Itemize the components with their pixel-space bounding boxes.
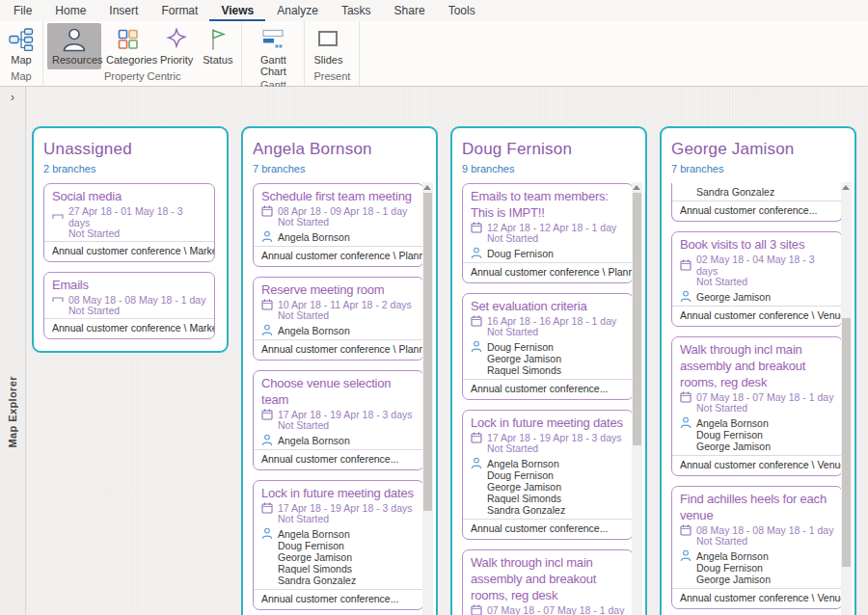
ribbon-button-label: Categories <box>106 54 150 66</box>
scrollbar-thumb[interactable] <box>423 193 432 511</box>
task-card[interactable]: Sandra GonzalezAnnual customer conferenc… <box>671 183 843 222</box>
resource-name: George Jamison <box>696 574 771 585</box>
resource-name: George Jamison <box>487 481 561 493</box>
resource-list: Doug FernisonGeorge JamisonRaquel Simond… <box>463 337 633 377</box>
calendar-icon <box>261 299 273 310</box>
resource-list: Angela Bornson <box>254 321 423 337</box>
resource-name: Angela Bornson <box>278 231 350 243</box>
column-scrollbar[interactable] <box>632 182 642 615</box>
task-card[interactable]: Emails to team members: This is IMPT!!12… <box>462 183 634 283</box>
task-card[interactable]: Lock in future meeting dates17 Apr 18 - … <box>462 410 634 540</box>
person-icon <box>61 26 88 52</box>
gantt-chart-button[interactable]: Gantt Chart <box>246 23 300 78</box>
card-breadcrumb: Annual customer conference \ Venue \ Ons… <box>672 455 842 475</box>
status-button[interactable]: Status <box>198 23 237 69</box>
resource-row: Angela Bornson <box>261 324 416 336</box>
task-card[interactable]: Walk through incl main assembly and brea… <box>462 549 634 615</box>
scroll-up-arrow-icon[interactable] <box>842 185 850 190</box>
resource-row: Raquel Simonds <box>471 364 625 376</box>
ribbon-button-label: Slides <box>313 54 342 66</box>
scroll-up-arrow-icon[interactable] <box>423 185 431 190</box>
task-card[interactable]: Schedule first team meeting08 Apr 18 - 0… <box>253 183 424 267</box>
slides-button[interactable]: Slides <box>309 23 347 69</box>
resource-list: George Jamison <box>672 287 842 304</box>
resource-name: Sandra Gonzalez <box>696 186 774 198</box>
task-card[interactable]: Find achilles heels for each venue08 May… <box>671 486 843 609</box>
task-card[interactable]: Reserve meeting room10 Apr 18 - 11 Apr 1… <box>253 277 424 361</box>
chevron-right-icon[interactable]: › <box>0 91 25 104</box>
card-breadcrumb: Annual customer conference... <box>254 589 423 609</box>
ribbon-group-gantt: Gantt ChartGantt <box>242 21 305 86</box>
column-title: Unassigned <box>43 140 227 159</box>
ribbon-group-label: Map <box>3 69 40 86</box>
person-small-icon <box>680 290 692 303</box>
resource-name: Doug Fernison <box>487 469 554 481</box>
card-title: Emails to team members: This is IMPT!! <box>463 184 633 222</box>
tab-tools[interactable]: Tools <box>437 1 487 21</box>
resource-row: Angela Bornson <box>680 549 834 562</box>
scrollbar-thumb[interactable] <box>842 318 851 567</box>
card-title: Find achilles heels for each venue <box>672 487 842 524</box>
categories-button[interactable]: Categories <box>101 23 155 69</box>
column-title: Angela Bornson <box>253 140 436 159</box>
tab-tasks[interactable]: Tasks <box>330 1 383 21</box>
card-status: Not Started <box>672 536 842 547</box>
column-scrollbar[interactable] <box>841 182 852 615</box>
ribbon-group-label: Property Centric <box>46 69 238 86</box>
resource-row: George Jamison <box>471 353 625 364</box>
card-list: Emails to team members: This is IMPT!!12… <box>462 183 634 615</box>
scroll-up-arrow-icon[interactable] <box>633 185 640 190</box>
resource-name: Doug Fernison <box>696 429 763 441</box>
application-window: FileHomeInsertFormatViewsAnalyzeTasksSha… <box>0 0 868 615</box>
task-card[interactable]: Choose venue selection team17 Apr 18 - 1… <box>253 370 424 470</box>
tab-format[interactable]: Format <box>149 1 209 21</box>
resource-row: Raquel Simonds <box>471 493 625 504</box>
tab-file[interactable]: File <box>2 1 43 21</box>
card-title: Walk through incl main assembly and brea… <box>672 337 842 391</box>
resource-row: Angela Bornson <box>261 434 416 446</box>
resource-row: George Jamison <box>680 574 834 585</box>
tab-views[interactable]: Views <box>209 1 265 21</box>
card-title: Reserve meeting room <box>254 278 423 299</box>
calendar-icon <box>471 604 482 615</box>
resource-row: George Jamison <box>680 290 834 303</box>
resource-list: Angela Bornson <box>254 431 423 447</box>
card-list: Schedule first team meeting08 Apr 18 - 0… <box>253 183 424 615</box>
person-small-icon <box>261 324 273 336</box>
rollup-icon <box>52 211 64 223</box>
task-card[interactable]: Set evaluation criteria16 Apr 18 - 16 Ap… <box>462 293 634 400</box>
resource-name: George Jamison <box>278 551 352 563</box>
tab-analyze[interactable]: Analyze <box>265 1 330 21</box>
column-angela-bornson: Angela Bornson7 branchesSchedule first t… <box>241 126 438 615</box>
priority-button[interactable]: Priority <box>155 23 198 69</box>
task-card[interactable]: Walk through incl main assembly and brea… <box>671 336 843 476</box>
task-card[interactable]: Emails08 May 18 - 08 May 18 - 1 dayNot S… <box>43 272 215 339</box>
tab-share[interactable]: Share <box>383 1 437 21</box>
resources-button[interactable]: Resources <box>47 23 101 69</box>
task-card[interactable]: Social media27 Apr 18 - 01 May 18 - 3 da… <box>43 183 215 262</box>
resource-name: Sandra Gonzalez <box>278 575 356 586</box>
card-status: Not Started <box>254 217 423 227</box>
card-title: Schedule first team meeting <box>254 184 423 205</box>
column-scrollbar[interactable] <box>422 182 433 615</box>
task-card[interactable]: Lock in future meeting dates17 Apr 18 - … <box>253 480 424 610</box>
resource-name: George Jamison <box>487 353 561 364</box>
person-small-icon <box>261 230 273 243</box>
ribbon-group-property-centric: ResourcesCategoriesPriorityStatusPropert… <box>43 21 242 86</box>
task-card[interactable]: Book visits to all 3 sites02 May 18 - 04… <box>671 231 843 327</box>
card-status: Not Started <box>672 403 842 414</box>
card-title: Social media <box>44 184 214 205</box>
card-title: Emails <box>44 273 214 294</box>
scrollbar-thumb[interactable] <box>633 193 641 445</box>
resource-name: Angela Bornson <box>278 528 350 540</box>
resource-name: Angela Bornson <box>278 435 350 446</box>
tab-insert[interactable]: Insert <box>97 1 149 21</box>
person-small-icon <box>471 457 482 469</box>
tab-home[interactable]: Home <box>43 1 97 21</box>
workspace: › Map Explorer Unassigned2 branchesSocia… <box>0 87 868 615</box>
calendar-icon <box>261 409 273 420</box>
resource-list: Doug Fernison <box>463 244 633 260</box>
column-branch-count: 7 branches <box>671 163 854 175</box>
ribbon-button-label: Priority <box>160 54 193 66</box>
map-button[interactable]: Map <box>4 23 39 69</box>
